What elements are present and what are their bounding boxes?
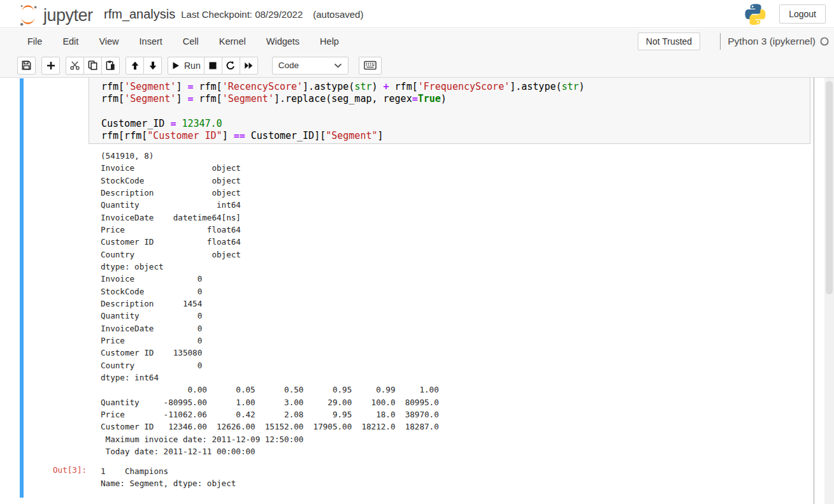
move-up-icon	[130, 61, 140, 71]
add-cell-icon	[46, 61, 56, 71]
jupyter-logo[interactable]: jupyter	[16, 3, 93, 26]
move-cell-down-button[interactable]	[143, 57, 162, 75]
kernel-idle-icon	[819, 36, 830, 47]
out-prompt: Out[3]:	[53, 465, 87, 475]
keyboard-icon	[364, 61, 377, 70]
kernel-separator	[720, 33, 721, 50]
run-label: Run	[184, 61, 201, 71]
command-palette-button[interactable]	[359, 57, 382, 75]
restart-run-all-icon	[243, 61, 254, 71]
menu-insert[interactable]: Insert	[129, 31, 173, 52]
move-cell-up-button[interactable]	[126, 57, 144, 75]
code-editor[interactable]: rfm['Segment'] = rfm['RecencyScore'].ast…	[89, 78, 810, 144]
restart-run-all-button[interactable]	[240, 57, 258, 75]
logout-button[interactable]: Logout	[779, 4, 826, 24]
autosave-status: (autosaved)	[313, 9, 363, 20]
app-header: jupyter rfm_analysis Last Checkpoint: 08…	[0, 0, 834, 28]
notebook-container-edge	[814, 78, 814, 504]
restart-icon	[226, 61, 236, 71]
copy-icon	[87, 60, 98, 71]
menu-edit[interactable]: Edit	[52, 31, 89, 52]
notebook-title[interactable]: rfm_analysis	[104, 7, 175, 22]
toolbar: Run Code	[0, 54, 834, 78]
vertical-scrollbar[interactable]	[824, 78, 834, 504]
interrupt-kernel-button[interactable]	[204, 57, 222, 75]
scrollbar-thumb[interactable]	[826, 81, 833, 294]
cell-type-value: Code	[278, 61, 299, 70]
cut-icon	[69, 60, 80, 71]
not-trusted-button[interactable]: Not Trusted	[638, 32, 700, 50]
menu-kernel[interactable]: Kernel	[209, 31, 256, 52]
chevron-down-icon	[334, 63, 342, 68]
jupyter-notebook-app: jupyter rfm_analysis Last Checkpoint: 08…	[0, 0, 834, 504]
code-lines: rfm['Segment'] = rfm['RecencyScore'].ast…	[101, 81, 807, 142]
copy-cell-button[interactable]	[83, 57, 102, 75]
stop-icon	[208, 61, 217, 70]
cell-selection-bar	[20, 78, 24, 498]
paste-cell-button[interactable]	[101, 57, 120, 75]
menu-file[interactable]: File	[17, 31, 52, 52]
stdout-output: (541910, 8) Invoice object StockCode obj…	[101, 150, 439, 457]
jupyter-wordmark: jupyter	[43, 4, 93, 26]
cell-type-dropdown[interactable]: Code	[272, 57, 349, 75]
run-button[interactable]: Run	[168, 57, 205, 75]
kernel-name-label: Python 3 (ipykernel)	[728, 36, 816, 47]
menu-cell[interactable]: Cell	[173, 31, 209, 52]
menubar: File Edit View Insert Cell Kernel Widget…	[0, 29, 834, 54]
restart-kernel-button[interactable]	[222, 57, 240, 75]
save-button[interactable]	[17, 57, 36, 75]
menu-widgets[interactable]: Widgets	[256, 31, 310, 52]
out-result: 1 Champions Name: Segment, dtype: object	[101, 465, 236, 490]
jupyter-planet-icon	[16, 3, 40, 26]
menu-help[interactable]: Help	[310, 31, 349, 52]
checkpoint-status: Last Checkpoint: 08/29/2022	[181, 9, 303, 20]
add-cell-button[interactable]	[41, 57, 60, 75]
notebook-area: rfm['Segment'] = rfm['RecencyScore'].ast…	[0, 78, 834, 504]
cut-cell-button[interactable]	[66, 57, 84, 75]
move-down-icon	[148, 61, 158, 71]
python-logo-icon	[745, 4, 766, 25]
save-icon	[21, 60, 32, 71]
paste-icon	[105, 60, 116, 71]
menu-view[interactable]: View	[89, 31, 129, 52]
run-icon	[171, 61, 180, 70]
